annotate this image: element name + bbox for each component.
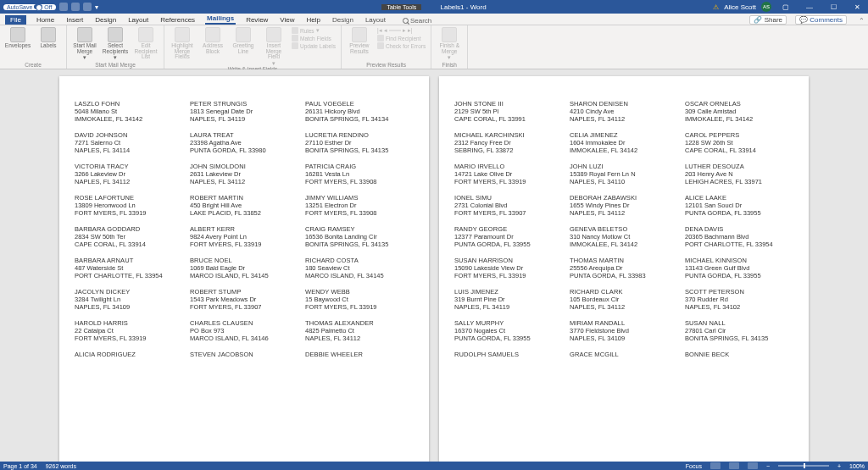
group-label-preview: Preview Results bbox=[347, 62, 426, 69]
tab-table-layout[interactable]: Layout bbox=[364, 16, 387, 25]
document-title: Labels1 - Word bbox=[441, 3, 487, 11]
label-city: NAPLES, FL 34114 bbox=[75, 147, 183, 154]
labels-button[interactable]: Labels bbox=[36, 27, 61, 49]
mailing-label: MICHAEL KINNISON13143 Green Gulf BlvdPUN… bbox=[685, 257, 793, 279]
search-placeholder: Search bbox=[410, 17, 431, 25]
group-write-insert: Highlight Merge Fields Address Block Gre… bbox=[164, 25, 342, 69]
label-address: 487 Waterside St bbox=[75, 264, 183, 272]
ribbon-display-options-icon[interactable]: ▢ bbox=[776, 0, 795, 14]
share-button[interactable]: 🔗 Share bbox=[749, 15, 787, 25]
label-city: PORT CHARLOTTE, FL 33954 bbox=[685, 241, 793, 248]
zoom-in-button[interactable]: + bbox=[837, 463, 841, 469]
close-button[interactable]: ✕ bbox=[848, 0, 866, 14]
mailing-label: LUIS JIMENEZ319 Burnt Pine DrNAPLES, FL … bbox=[454, 288, 563, 311]
label-address: 2834 SW 50th Ter bbox=[75, 233, 183, 241]
preview-results-button[interactable]: Preview Results bbox=[347, 27, 372, 54]
highlight-merge-fields-button[interactable]: Highlight Merge Fields bbox=[170, 27, 195, 60]
edit-recipient-list-button[interactable]: Edit Recipient List bbox=[133, 27, 159, 60]
contextual-tab-group: Table Tools bbox=[381, 4, 421, 10]
next-record-icon: ▸ bbox=[403, 27, 406, 34]
find-recipient-button[interactable]: Find Recipient bbox=[377, 35, 426, 41]
maximize-button[interactable]: ☐ bbox=[824, 0, 843, 14]
mailing-label: MIRIAM RANDALL3770 Fieldstone BlvdNAPLES… bbox=[570, 319, 678, 342]
greeting-line-button[interactable]: Greeting Line bbox=[231, 27, 256, 54]
mailing-label: JOHN SIMOLDONI2631 Lakeview DrNAPLES, FL… bbox=[190, 163, 298, 185]
zoom-out-button[interactable]: − bbox=[766, 463, 770, 469]
label-name: ALICE LAAKE bbox=[685, 194, 793, 202]
label-city: FORT MYERS, FL 33919 bbox=[454, 178, 563, 185]
label-address: 2631 Lakeview Dr bbox=[190, 170, 298, 178]
tab-mailings[interactable]: Mailings bbox=[205, 14, 236, 25]
tab-design[interactable]: Design bbox=[93, 16, 118, 25]
tab-table-design[interactable]: Design bbox=[331, 16, 355, 25]
zoom-slider[interactable] bbox=[778, 465, 829, 467]
focus-mode-button[interactable]: Focus bbox=[686, 463, 702, 469]
status-words[interactable]: 9262 words bbox=[46, 463, 76, 469]
status-page[interactable]: Page 1 of 34 bbox=[3, 463, 37, 469]
mailing-label: ROBERT STUMP1543 Park Meadows DrFORT MYE… bbox=[190, 288, 298, 311]
address-block-button[interactable]: Address Block bbox=[200, 27, 225, 54]
collapse-ribbon-icon[interactable]: ⌃ bbox=[855, 17, 868, 25]
match-fields-button[interactable]: Match Fields bbox=[292, 35, 336, 41]
preview-icon bbox=[352, 27, 367, 42]
label-name: RICHARD CLARK bbox=[570, 288, 678, 296]
label-address: 23398 Agatha Ave bbox=[190, 139, 298, 147]
tab-file[interactable]: File bbox=[5, 15, 26, 25]
label-name: IONEL SIMU bbox=[454, 194, 563, 202]
mailing-label: JIMMY WILLIAMS13251 Electron DrFORT MYER… bbox=[305, 194, 414, 217]
mailing-label: BARBARA ARNAUT487 Waterside StPORT CHARL… bbox=[75, 257, 183, 279]
search-box[interactable]: Search bbox=[403, 17, 431, 25]
mailing-label: SCOTT PETERSON370 Rudder RdNAPLES, FL 34… bbox=[685, 288, 793, 311]
start-mail-merge-button[interactable]: Start Mail Merge▾ bbox=[72, 27, 97, 61]
tab-layout[interactable]: Layout bbox=[126, 16, 150, 25]
edit-list-icon bbox=[138, 27, 153, 42]
redo-icon[interactable] bbox=[83, 3, 92, 11]
tab-home[interactable]: Home bbox=[35, 16, 56, 25]
label-name: JACOLYN DICKEY bbox=[75, 288, 183, 296]
minimize-button[interactable]: — bbox=[800, 0, 819, 14]
label-name: PETER STRUNGIS bbox=[190, 100, 298, 108]
tab-view[interactable]: View bbox=[278, 16, 296, 25]
finish-merge-button[interactable]: Finish & Merge▾ bbox=[437, 27, 462, 61]
select-recipients-button[interactable]: Select Recipients▾ bbox=[103, 27, 128, 61]
label-city: NAPLES, FL 34112 bbox=[570, 209, 678, 217]
label-city: PORT CHARLOTTE, FL 33954 bbox=[75, 272, 183, 279]
web-layout-icon[interactable] bbox=[748, 462, 758, 469]
comments-button[interactable]: 💬 Comments bbox=[795, 15, 847, 25]
rules-button[interactable]: Rules ▾ bbox=[292, 27, 336, 34]
undo-icon[interactable] bbox=[71, 3, 80, 11]
tab-insert[interactable]: Insert bbox=[64, 16, 85, 25]
tab-help[interactable]: Help bbox=[305, 16, 322, 25]
insert-merge-field-button[interactable]: Insert Merge Field▾ bbox=[261, 27, 287, 66]
zoom-level[interactable]: 100% bbox=[849, 463, 865, 469]
tab-references[interactable]: References bbox=[159, 16, 197, 25]
user-name[interactable]: Alice Scott bbox=[724, 3, 756, 11]
user-avatar[interactable]: AS bbox=[761, 2, 771, 12]
envelopes-button[interactable]: Envelopes bbox=[5, 27, 31, 49]
group-label-finish: Finish bbox=[437, 62, 462, 69]
mailing-label: CAROL PEPPERS1228 SW 26th StCAPE CORAL, … bbox=[685, 131, 793, 154]
label-city: BONITA SPRINGS, FL 34135 bbox=[305, 241, 414, 248]
mailing-label: SUSAN NALL27801 Carl CirBONITA SPRINGS, … bbox=[685, 319, 793, 342]
tab-review[interactable]: Review bbox=[244, 16, 270, 25]
print-layout-icon[interactable] bbox=[729, 462, 739, 469]
label-address: 1604 Immokalee Dr bbox=[570, 139, 678, 147]
mailing-label: STEVEN JACOBSON bbox=[190, 351, 298, 358]
save-icon[interactable] bbox=[59, 3, 68, 11]
label-city: CAPE CORAL, FL 33914 bbox=[685, 147, 793, 154]
label-name: LUTHER DESOUZA bbox=[685, 163, 793, 170]
label-address: 25556 Arequipa Dr bbox=[570, 264, 678, 272]
autosave-toggle[interactable]: AutoSave Off bbox=[3, 4, 56, 10]
label-address: 26131 Hickory Blvd bbox=[305, 108, 414, 115]
document-area[interactable]: LASZLO FOHN5048 Milano StIMMOKALEE, FL 3… bbox=[0, 69, 868, 462]
update-labels-button[interactable]: Update Labels bbox=[292, 42, 336, 49]
qat-customize-icon[interactable]: ▾ bbox=[95, 3, 98, 11]
mailing-label: THOMAS ALEXANDER4825 Palmetto CtNAPLES, … bbox=[305, 319, 414, 342]
group-finish: Finish & Merge▾ Finish bbox=[431, 25, 468, 69]
record-number-field[interactable] bbox=[389, 30, 401, 31]
label-city: BONITA SPRINGS, FL 34135 bbox=[305, 147, 414, 154]
read-mode-icon[interactable] bbox=[710, 462, 721, 469]
mailing-label: RICHARD COSTA180 Seaview CtMARCO ISLAND,… bbox=[305, 257, 414, 279]
check-errors-button[interactable]: Check for Errors bbox=[377, 42, 426, 49]
record-nav[interactable]: |◂ ◂ ▸ ▸| bbox=[377, 27, 426, 34]
